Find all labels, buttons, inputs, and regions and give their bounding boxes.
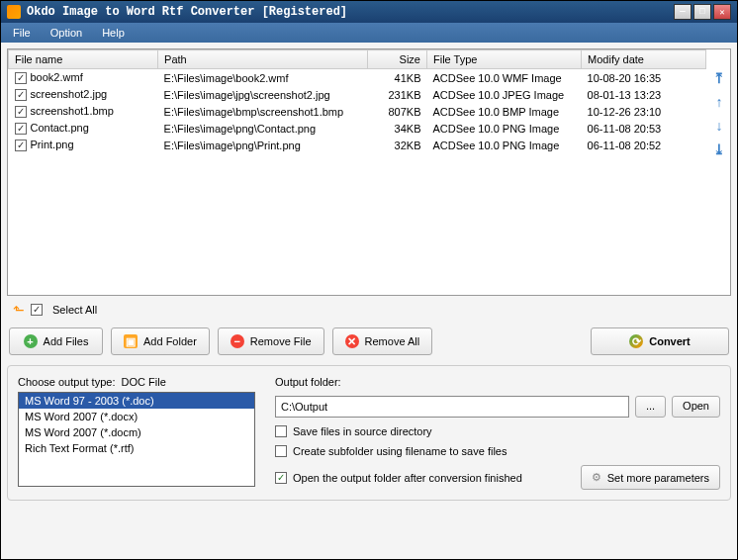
maximize-button[interactable]: □ (693, 4, 711, 20)
file-list-panel: File name Path Size File Type Modify dat… (7, 48, 731, 296)
add-folder-button[interactable]: ▣ Add Folder (111, 327, 210, 355)
output-type-current: DOC File (122, 376, 166, 388)
remove-all-label: Remove All (365, 335, 420, 347)
app-icon (7, 5, 21, 19)
gear-icon: ⚙ (592, 471, 601, 484)
convert-label: Convert (649, 335, 691, 347)
table-row[interactable]: ✓Contact.pngE:\Files\image\png\Contact.p… (9, 120, 706, 137)
select-all-label: Select All (52, 304, 97, 316)
row-checkbox[interactable]: ✓ (15, 140, 27, 151)
header-filename[interactable]: File name (9, 50, 158, 69)
browse-folder-button[interactable]: ... (635, 396, 666, 418)
close-button[interactable]: ✕ (713, 4, 731, 20)
window-title: Okdo Image to Word Rtf Converter [Regist… (27, 5, 674, 19)
table-row[interactable]: ✓screenshot1.bmpE:\Files\image\bmp\scree… (9, 103, 706, 120)
header-date[interactable]: Modify date (582, 50, 706, 69)
file-table: File name Path Size File Type Modify dat… (8, 49, 706, 153)
header-size[interactable]: Size (367, 50, 426, 69)
output-settings-panel: Choose output type: DOC File MS Word 97 … (7, 365, 731, 501)
header-filetype[interactable]: File Type (426, 50, 581, 69)
row-checkbox[interactable]: ✓ (15, 123, 27, 135)
app-window: Okdo Image to Word Rtf Converter [Regist… (0, 0, 738, 560)
remove-file-button[interactable]: − Remove File (218, 327, 324, 355)
move-up-button[interactable]: ↑ (712, 93, 726, 111)
output-type-item[interactable]: MS Word 2007 (*.docx) (19, 409, 254, 424)
save-source-checkbox[interactable] (275, 425, 287, 437)
output-folder-input[interactable] (275, 396, 629, 418)
set-parameters-button[interactable]: ⚙ Set more parameters (581, 465, 720, 490)
select-all-row: ⬑ ✓ Select All (7, 302, 731, 318)
output-type-item[interactable]: Rich Text Format (*.rtf) (19, 440, 254, 456)
convert-icon: ⟳ (629, 334, 643, 348)
reorder-controls: ⤒ ↑ ↓ ⤓ (712, 69, 726, 158)
minus-icon: − (231, 334, 244, 348)
row-checkbox[interactable]: ✓ (15, 72, 27, 84)
convert-button[interactable]: ⟳ Convert (591, 327, 729, 355)
move-bottom-button[interactable]: ⤓ (712, 140, 726, 158)
menu-help[interactable]: Help (96, 25, 131, 41)
select-all-checkbox[interactable]: ✓ (31, 304, 43, 316)
header-path[interactable]: Path (158, 50, 368, 69)
folder-icon: ▣ (124, 334, 138, 348)
menu-option[interactable]: Option (45, 25, 88, 41)
menubar: File Option Help (1, 23, 737, 43)
add-files-label: Add Files (44, 335, 89, 347)
table-row[interactable]: ✓Print.pngE:\Files\image\png\Print.png32… (9, 137, 706, 153)
output-type-item[interactable]: MS Word 97 - 2003 (*.doc) (19, 393, 254, 409)
action-buttons-row: + Add Files ▣ Add Folder − Remove File ✕… (7, 324, 731, 359)
remove-file-label: Remove File (250, 335, 312, 347)
add-folder-label: Add Folder (143, 335, 197, 347)
open-folder-button[interactable]: Open (672, 396, 720, 418)
table-row[interactable]: ✓book2.wmfE:\Files\image\book2.wmf41KBAC… (9, 69, 706, 87)
open-after-label: Open the output folder after conversion … (293, 472, 522, 484)
output-type-list[interactable]: MS Word 97 - 2003 (*.doc)MS Word 2007 (*… (18, 392, 255, 487)
remove-all-button[interactable]: ✕ Remove All (332, 327, 433, 355)
titlebar: Okdo Image to Word Rtf Converter [Regist… (1, 1, 737, 23)
move-down-button[interactable]: ↓ (712, 117, 726, 135)
add-files-button[interactable]: + Add Files (9, 327, 103, 355)
move-top-button[interactable]: ⤒ (712, 69, 726, 87)
output-type-label: Choose output type: DOC File (18, 376, 255, 388)
output-type-item[interactable]: MS Word 2007 (*.docm) (19, 424, 254, 440)
output-folder-label: Output folder: (275, 376, 720, 388)
row-checkbox[interactable]: ✓ (15, 106, 27, 118)
set-parameters-label: Set more parameters (607, 472, 709, 484)
open-after-checkbox[interactable]: ✓ (275, 472, 287, 484)
save-source-label: Save files in source directory (293, 425, 432, 437)
row-checkbox[interactable]: ✓ (15, 89, 27, 101)
plus-icon: + (24, 334, 38, 348)
up-arrow-icon: ⬑ (13, 302, 25, 318)
menu-file[interactable]: File (7, 25, 37, 41)
x-icon: ✕ (345, 334, 359, 348)
minimize-button[interactable]: — (674, 4, 692, 20)
create-subfolder-checkbox[interactable] (275, 445, 287, 457)
create-subfolder-label: Create subfolder using filename to save … (293, 445, 507, 457)
table-row[interactable]: ✓screenshot2.jpgE:\Files\image\jpg\scree… (9, 86, 706, 103)
